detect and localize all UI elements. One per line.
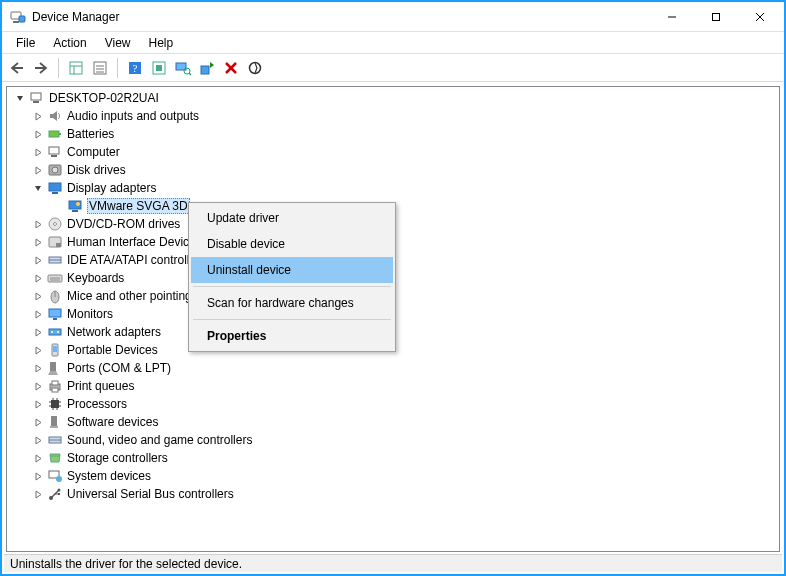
forward-button[interactable] [30,57,52,79]
context-menu-item[interactable]: Update driver [191,205,393,231]
expand-icon[interactable] [31,433,45,447]
expand-icon[interactable] [31,271,45,285]
svg-rect-27 [49,131,59,137]
tree-item-label: Sound, video and game controllers [67,433,252,447]
tree-category[interactable]: Disk drives [11,161,779,179]
action-button[interactable] [148,57,170,79]
tree-item-label: IDE ATA/ATAPI controllers [67,253,206,267]
tree-item-label: Disk drives [67,163,126,177]
expand-icon[interactable] [31,307,45,321]
back-button[interactable] [6,57,28,79]
context-menu-item[interactable]: Uninstall device [191,257,393,283]
menu-action[interactable]: Action [45,34,94,52]
titlebar: Device Manager [2,2,784,32]
tree-category[interactable]: Print queues [11,377,779,395]
vmware-icon [67,198,83,214]
svg-rect-21 [201,66,209,74]
svg-rect-56 [50,362,56,371]
tree-category[interactable]: Computer [11,143,779,161]
tree-item-label: DVD/CD-ROM drives [67,217,180,231]
svg-rect-25 [31,93,41,100]
expand-icon[interactable] [31,361,45,375]
expand-icon[interactable] [31,127,45,141]
svg-point-39 [54,223,57,226]
tree-root[interactable]: DESKTOP-02R2UAI [11,89,779,107]
expand-icon[interactable] [31,109,45,123]
tree-category[interactable]: Processors [11,395,779,413]
storage-icon [47,450,63,466]
display-icon [47,180,63,196]
expand-icon[interactable] [31,325,45,339]
tree-item-label: Network adapters [67,325,161,339]
collapse-icon[interactable] [31,181,45,195]
svg-rect-29 [49,147,59,154]
tree-category[interactable]: Sound, video and game controllers [11,431,779,449]
tree-category[interactable]: Storage controllers [11,449,779,467]
expand-icon[interactable] [31,289,45,303]
svg-rect-26 [33,101,39,103]
expand-icon[interactable] [31,415,45,429]
toolbar: ? [2,54,784,82]
toolbar-separator [117,58,118,78]
close-button[interactable] [738,2,782,32]
expand-icon[interactable] [31,469,45,483]
svg-point-53 [57,331,59,333]
expand-icon[interactable] [31,145,45,159]
update-driver-button[interactable] [196,57,218,79]
expand-icon[interactable] [31,235,45,249]
context-menu-item[interactable]: Scan for hardware changes [191,290,393,316]
expand-icon[interactable] [31,487,45,501]
properties-button[interactable] [89,57,111,79]
svg-rect-55 [53,346,57,352]
disable-button[interactable] [244,57,266,79]
uninstall-button[interactable] [220,57,242,79]
system-icon [47,468,63,484]
scan-hardware-button[interactable] [172,57,194,79]
expand-icon[interactable] [31,451,45,465]
tree-category[interactable]: Batteries [11,125,779,143]
menu-file[interactable]: File [8,34,43,52]
help-button[interactable]: ? [124,57,146,79]
minimize-button[interactable] [650,2,694,32]
maximize-button[interactable] [694,2,738,32]
app-icon [10,9,26,25]
menu-help[interactable]: Help [141,34,182,52]
svg-rect-70 [50,426,58,428]
expand-icon[interactable] [31,217,45,231]
show-hide-tree-button[interactable] [65,57,87,79]
svg-point-77 [58,489,61,492]
svg-rect-50 [53,318,57,320]
software-icon [47,414,63,430]
context-menu-item[interactable]: Properties [191,323,393,349]
tree-item-label: Monitors [67,307,113,321]
expand-icon[interactable] [31,163,45,177]
tree-item-label: System devices [67,469,151,483]
tree-category[interactable]: Audio inputs and outputs [11,107,779,125]
svg-text:?: ? [133,62,138,74]
svg-rect-41 [56,243,61,247]
disk-icon [47,162,63,178]
status-bar: Uninstalls the driver for the selected d… [4,554,782,572]
svg-rect-33 [49,183,61,191]
tree-category[interactable]: Universal Serial Bus controllers [11,485,779,503]
context-menu-item[interactable]: Disable device [191,231,393,257]
context-menu: Update driverDisable deviceUninstall dev… [188,202,396,352]
expand-icon[interactable] [31,379,45,393]
tree-category[interactable]: System devices [11,467,779,485]
svg-rect-28 [59,133,61,135]
dvd-icon [47,216,63,232]
tree-category[interactable]: Software devices [11,413,779,431]
ide-icon [47,432,63,448]
menu-view[interactable]: View [97,34,139,52]
expand-icon[interactable] [31,343,45,357]
tree-item-label: Software devices [67,415,158,429]
tree-category[interactable]: Display adapters [11,179,779,197]
tree-item-label: Print queues [67,379,134,393]
svg-rect-7 [70,62,82,74]
expand-icon[interactable] [31,397,45,411]
tree-category[interactable]: Ports (COM & LPT) [11,359,779,377]
collapse-icon[interactable] [13,91,27,105]
expand-icon[interactable] [31,253,45,267]
svg-rect-34 [52,192,58,194]
svg-rect-4 [713,13,720,20]
